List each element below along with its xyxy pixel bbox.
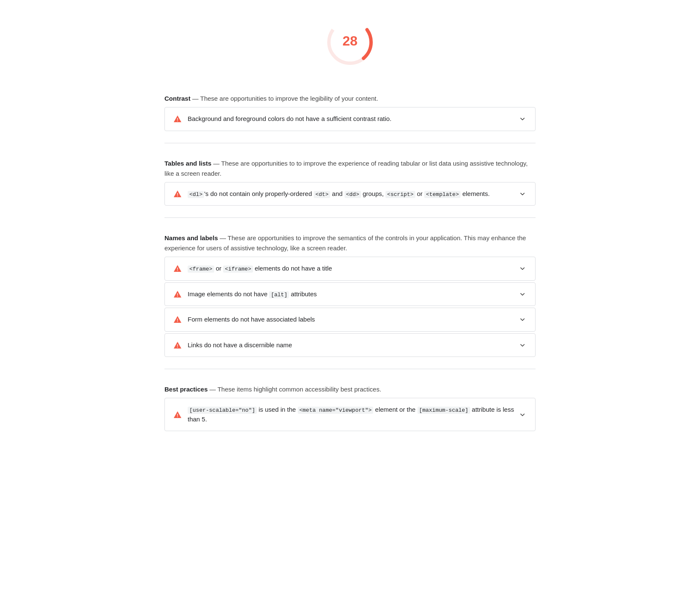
warning-icon-viewport-user-scalable: ! <box>173 410 182 419</box>
accordion-title-definition-list: <dl>'s do not contain only properly-orde… <box>188 189 518 199</box>
section-divider <box>164 143 536 143</box>
category-name-best-practices: Best practices <box>164 386 208 393</box>
section-divider <box>164 369 536 369</box>
category-name-names-labels: Names and labels <box>164 234 218 241</box>
svg-text:!: ! <box>177 267 178 272</box>
score-section: 28 <box>164 17 536 78</box>
svg-text:!: ! <box>177 413 178 418</box>
accordion-title-viewport-user-scalable: [user-scalable="no"] is used in the <met… <box>188 405 518 424</box>
chevron-icon-viewport-user-scalable <box>518 410 527 419</box>
svg-text:!: ! <box>177 118 178 122</box>
warning-icon-color-contrast: ! <box>173 115 182 123</box>
category-section-contrast: Contrast — These are opportunities to im… <box>164 94 536 104</box>
accordion-item-link-name[interactable]: !Links do not have a discernible name <box>164 333 536 357</box>
category-label-contrast: Contrast — These are opportunities to im… <box>164 94 536 104</box>
page-container: 28 Contrast — These are opportunities to… <box>139 0 561 467</box>
svg-text:!: ! <box>177 318 178 323</box>
accordion-item-label[interactable]: !Form elements do not have associated la… <box>164 308 536 332</box>
category-section-best-practices: Best practices — These items highlight c… <box>164 384 536 394</box>
accordion-title-link-name: Links do not have a discernible name <box>188 341 518 350</box>
categories-container: Contrast — These are opportunities to im… <box>164 94 536 431</box>
accordion-item-viewport-user-scalable[interactable]: ![user-scalable="no"] is used in the <me… <box>164 398 536 431</box>
section-divider <box>164 217 536 218</box>
chevron-icon-image-alt <box>518 290 527 298</box>
chevron-icon-color-contrast <box>518 115 527 123</box>
warning-icon-link-name: ! <box>173 341 182 349</box>
svg-text:!: ! <box>177 293 178 298</box>
category-name-contrast: Contrast <box>164 95 191 102</box>
items-group-names-labels: !<frame> or <iframe> elements do not hav… <box>164 257 536 357</box>
category-section-tables-lists: Tables and lists — These are opportuniti… <box>164 158 536 179</box>
items-group-best-practices: ![user-scalable="no"] is used in the <me… <box>164 398 536 431</box>
warning-icon-image-alt: ! <box>173 290 182 298</box>
score-gauge: 28 <box>325 17 375 67</box>
category-section-names-labels: Names and labels — These are opportuniti… <box>164 233 536 253</box>
accordion-title-image-alt: Image elements do not have [alt] attribu… <box>188 290 518 299</box>
accordion-item-image-alt[interactable]: !Image elements do not have [alt] attrib… <box>164 282 536 306</box>
chevron-icon-definition-list <box>518 190 527 198</box>
accordion-item-color-contrast[interactable]: !Background and foreground colors do not… <box>164 107 536 131</box>
svg-text:!: ! <box>177 193 178 197</box>
items-group-tables-lists: !<dl>'s do not contain only properly-ord… <box>164 182 536 206</box>
accordion-item-definition-list[interactable]: !<dl>'s do not contain only properly-ord… <box>164 182 536 206</box>
svg-text:28: 28 <box>342 33 358 48</box>
svg-text:!: ! <box>177 344 178 349</box>
category-label-names-labels: Names and labels — These are opportuniti… <box>164 233 536 253</box>
accordion-title-label: Form elements do not have associated lab… <box>188 315 518 324</box>
chevron-icon-label <box>518 315 527 324</box>
accordion-item-frame-title[interactable]: !<frame> or <iframe> elements do not hav… <box>164 257 536 281</box>
accordion-title-color-contrast: Background and foreground colors do not … <box>188 114 518 124</box>
accordion-title-frame-title: <frame> or <iframe> elements do not have… <box>188 264 518 274</box>
chevron-icon-frame-title <box>518 264 527 273</box>
category-label-best-practices: Best practices — These items highlight c… <box>164 384 536 394</box>
chevron-icon-link-name <box>518 341 527 349</box>
items-group-contrast: !Background and foreground colors do not… <box>164 107 536 131</box>
warning-icon-definition-list: ! <box>173 190 182 198</box>
category-label-tables-lists: Tables and lists — These are opportuniti… <box>164 158 536 179</box>
warning-icon-label: ! <box>173 315 182 324</box>
warning-icon-frame-title: ! <box>173 264 182 273</box>
category-name-tables-lists: Tables and lists <box>164 160 211 167</box>
